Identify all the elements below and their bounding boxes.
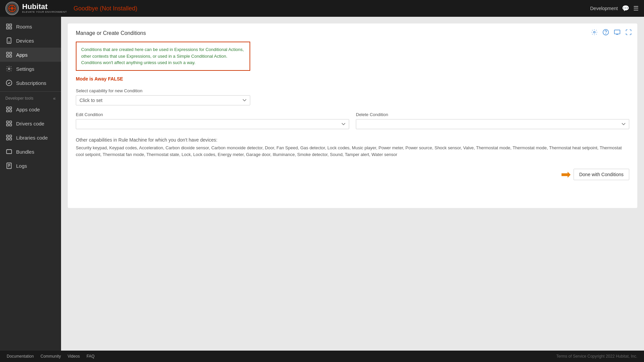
app-name: Goodbye xyxy=(73,5,98,12)
sidebar-devices-label: Devices xyxy=(16,38,34,44)
arrow-icon: ➡ xyxy=(561,168,571,180)
done-row: ➡ Done with Conditions xyxy=(76,168,629,180)
card-fullscreen-icon[interactable] xyxy=(625,29,632,37)
svg-rect-3 xyxy=(7,24,9,26)
svg-rect-6 xyxy=(10,27,12,29)
delete-condition-dropdown[interactable] xyxy=(356,119,629,129)
svg-rect-21 xyxy=(7,124,9,126)
footer-link-faq[interactable]: FAQ xyxy=(87,354,95,359)
other-capabilities-section: Other capabilities in Rule Machine for w… xyxy=(76,137,629,159)
svg-rect-15 xyxy=(7,107,9,109)
header-right: Development 💬 ☰ xyxy=(590,5,639,12)
mode-value: FALSE xyxy=(108,76,123,82)
edit-condition-dropdown[interactable] xyxy=(76,119,349,129)
sidebar-item-devices[interactable]: Devices xyxy=(0,34,61,48)
svg-rect-26 xyxy=(10,138,12,140)
sidebar-item-apps-code[interactable]: Apps code xyxy=(0,102,61,116)
sidebar-item-bundles[interactable]: Bundles xyxy=(0,145,61,159)
sidebar-rooms-label: Rooms xyxy=(16,24,32,30)
info-box: Conditions that are created here can be … xyxy=(76,42,250,71)
svg-rect-4 xyxy=(10,24,12,26)
sidebar-item-apps[interactable]: Apps xyxy=(0,48,61,62)
card-display-icon[interactable] xyxy=(614,29,621,37)
menu-icon[interactable]: ☰ xyxy=(633,5,639,12)
footer-copyright: Terms of Service Copyright 2022 Hubitat,… xyxy=(556,354,637,359)
page-title: Manage or Create Conditions xyxy=(76,30,629,36)
sidebar-libraries-code-label: Libraries code xyxy=(16,135,48,141)
svg-rect-25 xyxy=(7,138,9,140)
select-capability-dropdown[interactable]: Click to set xyxy=(76,95,250,105)
svg-rect-32 xyxy=(614,30,620,34)
app-status: (Not Installed) xyxy=(100,5,137,12)
dev-tools-label: Developer tools xyxy=(5,96,33,101)
app-header: Hubitat ELEVATE YOUR ENVIRONMENT Goodbye… xyxy=(0,0,644,17)
logo-circle xyxy=(5,2,19,15)
hubitat-logo-svg xyxy=(7,3,17,14)
mode-line: Mode is Away FALSE xyxy=(76,76,629,82)
logo-brand-name: Hubitat xyxy=(22,3,67,10)
apps-icon xyxy=(5,51,13,58)
svg-rect-23 xyxy=(7,135,9,137)
page-app-title: Goodbye (Not Installed) xyxy=(73,5,590,12)
sidebar-logs-label: Logs xyxy=(16,163,27,169)
card-help-icon[interactable] xyxy=(602,29,609,37)
logo-tagline: ELEVATE YOUR ENVIRONMENT xyxy=(22,10,67,14)
svg-rect-20 xyxy=(10,121,12,123)
sidebar: Rooms Devices Apps xyxy=(0,17,61,351)
sidebar-subscriptions-label: Subscriptions xyxy=(16,80,46,86)
content-card: Manage or Create Conditions Conditions t… xyxy=(68,23,637,208)
apps-code-icon xyxy=(5,106,13,113)
sidebar-item-drivers-code[interactable]: Drivers code xyxy=(0,116,61,131)
edit-delete-row: Edit Condition Delete Condition xyxy=(76,112,629,129)
sidebar-item-subscriptions[interactable]: Subscriptions xyxy=(0,76,61,90)
svg-rect-12 xyxy=(10,55,12,57)
subscriptions-icon xyxy=(5,79,13,87)
env-label: Development xyxy=(590,6,618,11)
card-settings-icon[interactable] xyxy=(591,29,598,37)
logo[interactable]: Hubitat ELEVATE YOUR ENVIRONMENT xyxy=(5,2,67,15)
rooms-icon xyxy=(5,23,13,30)
edit-condition-col: Edit Condition xyxy=(76,112,349,129)
main-layout: Rooms Devices Apps xyxy=(0,17,644,351)
svg-rect-17 xyxy=(7,110,9,112)
sidebar-item-rooms[interactable]: Rooms xyxy=(0,19,61,34)
svg-point-31 xyxy=(606,34,606,34)
svg-rect-22 xyxy=(10,124,12,126)
delete-condition-label: Delete Condition xyxy=(356,112,629,117)
footer: Documentation Community Videos FAQ Terms… xyxy=(0,351,644,362)
delete-condition-col: Delete Condition xyxy=(356,112,629,129)
footer-links: Documentation Community Videos FAQ xyxy=(7,354,95,359)
sidebar-drivers-code-label: Drivers code xyxy=(16,121,44,126)
sidebar-item-settings[interactable]: Settings xyxy=(0,62,61,76)
footer-link-documentation[interactable]: Documentation xyxy=(7,354,34,359)
svg-point-8 xyxy=(9,42,9,42)
done-with-conditions-button[interactable]: Done with Conditions xyxy=(574,169,629,180)
footer-link-videos[interactable]: Videos xyxy=(67,354,79,359)
sidebar-item-logs[interactable]: Logs xyxy=(0,159,61,173)
svg-point-14 xyxy=(6,80,12,86)
sidebar-settings-label: Settings xyxy=(16,66,34,72)
libraries-code-icon xyxy=(5,134,13,141)
select-cap-label: Select capability for new Condition xyxy=(76,88,250,93)
sidebar-item-libraries-code[interactable]: Libraries code xyxy=(0,131,61,145)
edit-condition-label: Edit Condition xyxy=(76,112,349,117)
other-cap-text: Security keypad, Keypad codes, Accelerat… xyxy=(76,145,629,159)
svg-rect-19 xyxy=(7,121,9,123)
mode-label-text: Mode is Away xyxy=(76,76,107,82)
drivers-code-icon xyxy=(5,120,13,127)
dev-tools-toggle-icon[interactable]: « xyxy=(53,96,56,101)
sidebar-divider xyxy=(0,91,61,92)
svg-rect-16 xyxy=(10,107,12,109)
footer-link-community[interactable]: Community xyxy=(41,354,61,359)
svg-rect-24 xyxy=(10,135,12,137)
devices-icon xyxy=(5,37,13,44)
svg-point-2 xyxy=(11,7,13,10)
notification-icon[interactable]: 💬 xyxy=(622,5,629,12)
svg-rect-5 xyxy=(7,27,9,29)
svg-rect-10 xyxy=(10,52,12,54)
content-area: Manage or Create Conditions Conditions t… xyxy=(61,17,644,351)
select-capability-section: Select capability for new Condition Clic… xyxy=(76,88,250,105)
svg-point-29 xyxy=(594,32,595,33)
svg-rect-27 xyxy=(7,150,12,154)
bundles-icon xyxy=(5,148,13,155)
